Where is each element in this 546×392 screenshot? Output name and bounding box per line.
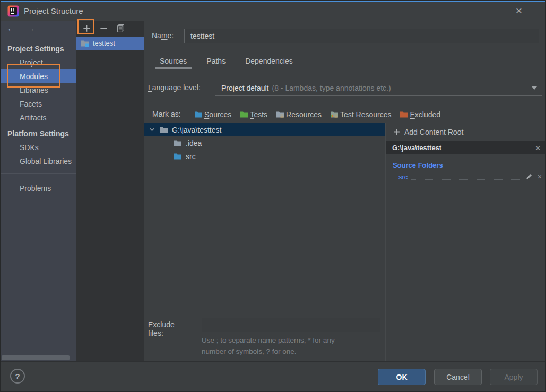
- tree-row-label: src: [186, 152, 196, 161]
- tab-dependencies[interactable]: Dependencies: [244, 53, 294, 69]
- module-list-toolbar: [76, 21, 144, 36]
- history-nav: ← →: [7, 23, 36, 34]
- exclude-files-label: Exclude files:: [148, 320, 175, 337]
- plus-icon: [393, 128, 400, 135]
- back-icon[interactable]: ←: [7, 23, 16, 33]
- dotted-leader: [411, 179, 522, 180]
- tab-sources[interactable]: Sources: [159, 53, 188, 69]
- sidebar-item-artifacts[interactable]: Artifacts: [1, 111, 76, 125]
- remove-module-icon[interactable]: [99, 24, 108, 33]
- sidebar-divider: [1, 173, 76, 174]
- resources-folder-icon: [276, 110, 284, 119]
- module-name: testtest: [93, 39, 115, 47]
- folder-icon: [174, 139, 182, 147]
- content-root-header[interactable]: G:\java\testtest ×: [386, 141, 546, 154]
- apply-button: Apply: [490, 369, 538, 385]
- language-level-select[interactable]: Project default (8 - Lambdas, type annot…: [215, 80, 542, 96]
- module-list-item[interactable]: testtest: [76, 37, 144, 50]
- sidebar-list: Project Settings Project Modules Librari…: [1, 42, 76, 195]
- language-level-hint: (8 - Lambdas, type annotations etc.): [272, 84, 391, 92]
- source-folders-header: Source Folders: [393, 161, 546, 169]
- tree-row-src[interactable]: src: [144, 150, 385, 163]
- mark-resources-button[interactable]: Resources: [276, 110, 322, 119]
- mark-as-buttons: Sources Tests Resources: [194, 107, 440, 122]
- dialog-footer: ? OK Cancel Apply: [1, 361, 545, 391]
- content-root-detail-panel: Add Content Root G:\java\testtest × Sour…: [385, 123, 546, 362]
- mark-sources-button[interactable]: Sources: [194, 110, 231, 119]
- sidebar-item-libraries[interactable]: Libraries: [1, 83, 76, 97]
- project-structure-dialog: Project Structure × ← → Project Settings…: [0, 0, 546, 392]
- remove-content-root-icon[interactable]: ×: [535, 143, 540, 152]
- sidebar-item-project[interactable]: Project: [1, 56, 76, 69]
- sidebar-item-problems[interactable]: Problems: [1, 181, 76, 195]
- add-module-icon[interactable]: [82, 24, 91, 33]
- sidebar-item-global-libraries[interactable]: Global Libraries: [1, 154, 76, 168]
- module-editor-panel: Name: Sources Paths Dependencies Languag…: [144, 21, 546, 362]
- mark-as-row: Mark as: Sources Tests: [144, 107, 546, 122]
- content-root-path: G:\java\testtest: [392, 144, 441, 152]
- name-row: Name:: [144, 29, 546, 43]
- help-button[interactable]: ?: [10, 369, 25, 384]
- sidebar-item-facets[interactable]: Facets: [1, 97, 76, 111]
- copy-module-icon[interactable]: [116, 24, 125, 33]
- exclude-files-hint: Use ; to separate name patterns, * for a…: [202, 335, 385, 357]
- intellij-logo-icon: [7, 5, 19, 19]
- tree-row-root[interactable]: G:\java\testtest: [144, 123, 385, 136]
- ok-button[interactable]: OK: [378, 369, 426, 385]
- content-roots-tree: G:\java\testtest .idea src: [144, 123, 385, 314]
- name-input[interactable]: [184, 29, 539, 43]
- forward-icon: →: [27, 23, 36, 33]
- language-level-row: Language level: Project default (8 - Lam…: [144, 79, 546, 96]
- tree-row-idea[interactable]: .idea: [144, 136, 385, 150]
- titlebar: Project Structure ×: [1, 2, 545, 21]
- cancel-button[interactable]: Cancel: [434, 369, 482, 385]
- tab-paths[interactable]: Paths: [205, 53, 227, 69]
- tree-row-label: G:\java\testtest: [172, 126, 221, 134]
- source-folder-icon: [174, 152, 182, 161]
- source-folder-row[interactable]: src ×: [398, 171, 542, 182]
- module-icon: [81, 39, 89, 48]
- window-top-border: [1, 1, 545, 2]
- source-folder-name: src: [398, 173, 408, 181]
- test-folder-icon: [240, 110, 248, 119]
- mark-tests-button[interactable]: Tests: [240, 110, 267, 119]
- dropdown-arrow-icon: [532, 86, 537, 90]
- name-label: Name:: [152, 31, 174, 40]
- module-tabs: Sources Paths Dependencies: [144, 53, 546, 69]
- module-list-panel: testtest: [76, 21, 144, 362]
- settings-sidebar: ← → Project Settings Project Modules Lib…: [1, 21, 76, 362]
- excluded-folder-icon: [400, 110, 408, 119]
- folder-icon: [160, 126, 168, 134]
- platform-settings-header: Platform Settings: [1, 127, 76, 141]
- window-title: Project Structure: [24, 6, 83, 15]
- edit-pencil-icon[interactable]: [525, 173, 533, 180]
- add-content-root-button[interactable]: Add Content Root: [386, 123, 546, 141]
- test-resources-folder-icon: [330, 110, 339, 119]
- project-settings-header: Project Settings: [1, 42, 76, 56]
- sidebar-item-modules[interactable]: Modules: [1, 69, 76, 83]
- sidebar-item-sdks[interactable]: SDKs: [1, 141, 76, 154]
- remove-source-folder-icon[interactable]: ×: [538, 172, 542, 181]
- exclude-files-input[interactable]: [202, 318, 380, 332]
- tree-row-label: .idea: [186, 139, 202, 147]
- mark-excluded-button[interactable]: Excluded: [400, 110, 440, 119]
- language-level-value: Project default: [221, 84, 269, 92]
- horizontal-scrollbar-thumb[interactable]: [2, 355, 70, 360]
- close-icon[interactable]: ×: [516, 4, 522, 17]
- chevron-down-icon[interactable]: [149, 127, 155, 133]
- language-level-label: Language level:: [148, 83, 201, 92]
- source-folder-icon: [194, 110, 203, 119]
- mark-test-resources-button[interactable]: Test Resources: [330, 110, 391, 119]
- mark-as-label: Mark as:: [152, 110, 181, 118]
